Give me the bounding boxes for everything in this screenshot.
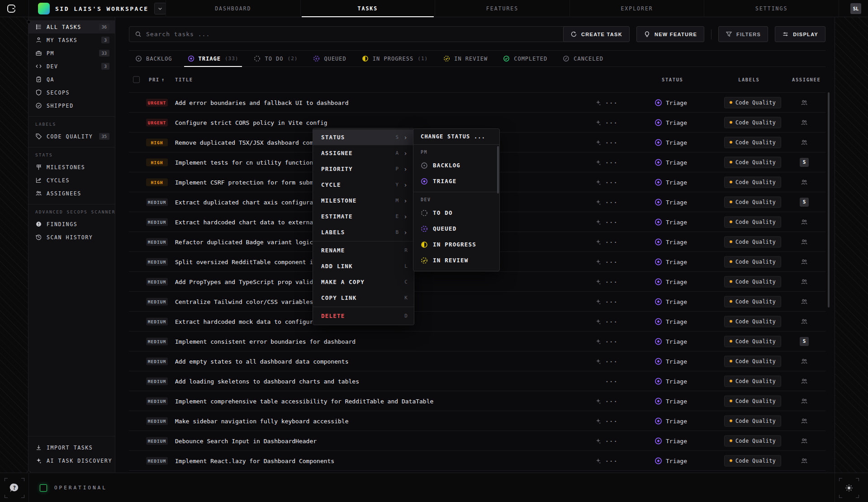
assignee-cell[interactable] xyxy=(799,378,810,385)
table-row[interactable]: MEDIUM Debounce Search Input in Dashboar… xyxy=(129,431,825,451)
status-cell[interactable]: Triage xyxy=(655,298,687,305)
labels-column-header[interactable]: LABELS xyxy=(738,77,760,82)
label-badge[interactable]: Code Quality xyxy=(724,375,781,387)
table-row[interactable]: MEDIUM Extract hardcoded mock data to co… xyxy=(129,312,825,332)
assignee-column-header[interactable]: ASSIGNEE xyxy=(792,77,821,82)
table-row[interactable]: MEDIUM Add loading skeletons to dashboar… xyxy=(129,371,825,391)
ai-sparkle-icon[interactable] xyxy=(595,457,602,464)
status-cell[interactable]: Triage xyxy=(655,238,687,246)
menu-item-priority[interactable]: PRIORITY P › xyxy=(313,161,414,177)
nav-tab-tasks[interactable]: TASKS xyxy=(300,0,435,17)
user-avatar[interactable]: SL xyxy=(850,3,861,14)
row-menu-button[interactable]: ··· xyxy=(605,139,618,146)
label-badge[interactable]: Code Quality xyxy=(724,276,781,287)
label-badge[interactable]: Code Quality xyxy=(724,117,781,128)
assignee-cell[interactable] xyxy=(799,258,810,265)
ai-sparkle-icon[interactable] xyxy=(595,99,602,106)
app-logo-icon[interactable] xyxy=(6,4,16,14)
menu-item-add-link[interactable]: ADD LINK L xyxy=(313,258,414,274)
ai-sparkle-icon[interactable] xyxy=(595,318,602,325)
ai-sparkle-icon[interactable] xyxy=(595,298,602,305)
select-all-checkbox[interactable] xyxy=(133,76,140,83)
table-row[interactable]: MEDIUM Add PropTypes and TypeScript prop… xyxy=(129,272,825,292)
sidebar-item-code-quality[interactable]: CODE QUALITY 35 xyxy=(28,130,115,143)
row-menu-button[interactable]: ··· xyxy=(605,437,618,444)
status-cell[interactable]: Triage xyxy=(655,377,687,385)
status-cell[interactable]: Triage xyxy=(655,357,687,365)
ai-sparkle-icon[interactable] xyxy=(595,437,602,444)
nav-tab-settings[interactable]: SETTINGS xyxy=(704,0,839,17)
nav-tab-explorer[interactable]: EXPLORER xyxy=(569,0,704,17)
workspace-chevron-button[interactable] xyxy=(154,3,166,14)
row-menu-button[interactable]: ··· xyxy=(605,378,618,384)
submenu-item-queued[interactable]: QUEUED xyxy=(413,221,499,237)
title-column-header[interactable]: TITLE xyxy=(175,77,193,82)
ai-sparkle-icon[interactable] xyxy=(595,398,602,404)
menu-item-milestone[interactable]: MILESTONE M › xyxy=(313,193,414,208)
sidebar-item-dev[interactable]: DEV 3 xyxy=(28,60,115,73)
assignee-cell[interactable]: S xyxy=(799,158,810,167)
label-badge[interactable]: Code Quality xyxy=(724,435,781,446)
assignee-cell[interactable] xyxy=(799,417,810,425)
menu-item-assignee[interactable]: ASSIGNEE A › xyxy=(313,145,414,161)
status-cell[interactable]: Triage xyxy=(655,317,687,325)
sidebar-item-shipped[interactable]: SHIPPED xyxy=(28,99,115,112)
status-cell[interactable]: Triage xyxy=(655,457,687,464)
theme-toggle-button[interactable] xyxy=(839,478,859,498)
status-cell[interactable]: Triage xyxy=(655,417,687,425)
ai-sparkle-icon[interactable] xyxy=(595,417,602,424)
sidebar-item-cycles[interactable]: CYCLES xyxy=(28,174,115,187)
submenu-item-triage[interactable]: TRIAGE xyxy=(413,173,499,189)
ai-sparkle-icon[interactable] xyxy=(595,179,602,185)
table-row[interactable]: MEDIUM Implement consistent error bounda… xyxy=(129,332,825,351)
assignee-cell[interactable] xyxy=(799,139,810,146)
sidebar-item-all-tasks[interactable]: ALL TASKS 36 xyxy=(28,20,115,33)
filters-button[interactable]: FILTERS xyxy=(718,26,768,42)
ai-sparkle-icon[interactable] xyxy=(595,139,602,146)
assignee-cell[interactable] xyxy=(799,437,810,445)
menu-item-delete[interactable]: DELETE D xyxy=(313,308,414,324)
submenu-item-backlog[interactable]: BACKLOG xyxy=(413,157,499,173)
ai-sparkle-icon[interactable] xyxy=(595,199,602,205)
new-feature-button[interactable]: NEW FEATURE xyxy=(636,26,704,42)
sidebar-item-ai-task-discovery[interactable]: AI TASK DISCOVERY xyxy=(28,454,115,467)
label-badge[interactable]: Code Quality xyxy=(724,156,781,168)
row-menu-button[interactable]: ··· xyxy=(605,218,618,225)
status-tab-completed[interactable]: COMPLETED xyxy=(503,51,547,66)
label-badge[interactable]: Code Quality xyxy=(724,176,781,188)
row-menu-button[interactable]: ··· xyxy=(605,119,618,126)
status-cell[interactable]: Triage xyxy=(655,397,687,405)
table-row[interactable]: MEDIUM Centralize Tailwind color/CSS var… xyxy=(129,292,825,312)
menu-item-estimate[interactable]: ESTIMATE E › xyxy=(313,208,414,224)
label-badge[interactable]: Code Quality xyxy=(724,316,781,327)
row-menu-button[interactable]: ··· xyxy=(605,358,618,365)
status-tab-to-do[interactable]: TO DO (2) xyxy=(254,51,298,66)
sidebar-item-pm[interactable]: PM 33 xyxy=(28,47,115,60)
status-cell[interactable]: Triage xyxy=(655,278,687,285)
table-row[interactable]: MEDIUM Add empty states to all dashboard… xyxy=(129,351,825,371)
ai-sparkle-icon[interactable] xyxy=(595,278,602,285)
submenu-item-to-do[interactable]: TO DO xyxy=(413,205,499,221)
assignee-cell[interactable] xyxy=(799,358,810,365)
row-menu-button[interactable]: ··· xyxy=(605,278,618,285)
search-box[interactable] xyxy=(129,26,609,42)
ai-sparkle-icon[interactable] xyxy=(595,238,602,245)
assignee-cell[interactable] xyxy=(799,218,810,226)
menu-item-cycle[interactable]: CYCLE Y › xyxy=(313,177,414,193)
label-badge[interactable]: Code Quality xyxy=(724,336,781,347)
pri-column-header[interactable]: PRI↑ xyxy=(149,77,165,83)
status-tab-in-progress[interactable]: IN PROGRESS (1) xyxy=(362,51,428,66)
sidebar-item-import-tasks[interactable]: IMPORT TASKS xyxy=(28,441,115,454)
ai-sparkle-icon[interactable] xyxy=(595,218,602,225)
ai-sparkle-icon[interactable] xyxy=(595,258,602,265)
label-badge[interactable]: Code Quality xyxy=(724,415,781,426)
status-cell[interactable]: Triage xyxy=(655,337,687,345)
status-tab-triage[interactable]: TRIAGE (33) xyxy=(188,51,239,66)
row-menu-button[interactable]: ··· xyxy=(605,199,618,205)
submenu-scrollbar-thumb[interactable] xyxy=(497,146,499,194)
status-tab-queued[interactable]: QUEUED xyxy=(313,51,346,66)
status-tab-backlog[interactable]: BACKLOG xyxy=(135,51,172,66)
row-menu-button[interactable]: ··· xyxy=(605,318,618,325)
sidebar-item-scan-history[interactable]: SCAN HISTORY xyxy=(28,231,115,244)
status-cell[interactable]: Triage xyxy=(655,218,687,226)
